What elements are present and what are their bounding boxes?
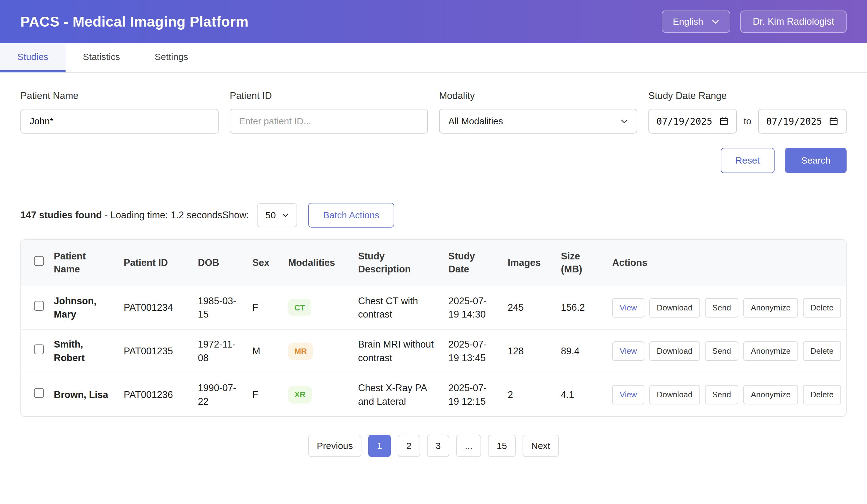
cell-patient-name: Smith, Robert [48,329,118,373]
download-button[interactable]: Download [649,385,700,405]
col-dob: DOB [192,240,247,286]
col-images: Images [502,240,555,286]
col-modalities: Modalities [282,240,353,286]
chevron-down-icon [621,119,628,124]
patient-name-field-group: Patient Name [20,90,218,133]
cell-sex: M [247,329,282,373]
page-button-3[interactable]: 3 [427,435,450,457]
download-button[interactable]: Download [649,341,700,361]
send-button[interactable]: Send [705,341,739,361]
col-study-date: Study Date [443,240,502,286]
pagination: Previous 1 2 3 ... 15 Next [0,435,867,457]
page-size-select[interactable]: 50 [257,203,297,227]
cell-images: 2 [502,373,555,416]
chevron-down-icon [282,213,289,217]
cell-study-date: 2025-07-19 14:30 [443,286,502,330]
tab-statistics[interactable]: Statistics [66,43,137,72]
page-ellipsis[interactable]: ... [456,435,481,457]
patient-id-label: Patient ID [230,90,428,101]
cell-patient-name: Johnson, Mary [48,286,118,330]
tab-settings[interactable]: Settings [137,43,205,72]
cell-description: Chest CT with contrast [353,286,443,330]
cell-size: 89.4 [555,329,607,373]
date-to-input[interactable]: 07/19/2025 [758,109,847,133]
date-range-field-group: Study Date Range 07/19/2025 to 07/19/202… [649,90,847,133]
cell-description: Brain MRI without contrast [353,329,443,373]
results-count: 147 studies found [20,210,102,221]
cell-dob: 1985-03-15 [192,286,247,330]
user-button[interactable]: Dr. Kim Radiologist [740,11,847,33]
patient-id-input[interactable] [230,109,428,133]
next-page-button[interactable]: Next [523,435,559,457]
results-loading-time: - Loading time: 1.2 seconds [102,210,222,221]
date-from-value: 07/19/2025 [656,116,713,127]
col-sex: Sex [247,240,282,286]
batch-actions-button[interactable]: Batch Actions [308,203,394,227]
cell-patient-name: Brown, Lisa [48,373,118,416]
header-actions: English Dr. Kim Radiologist [662,11,847,33]
calendar-icon [719,116,729,126]
col-patient-id: Patient ID [118,240,192,286]
cell-dob: 1990-07-22 [192,373,247,416]
row-checkbox[interactable] [34,344,44,354]
cell-images: 245 [502,286,555,330]
modality-badge: MR [288,343,313,360]
language-select-value: English [673,17,703,27]
select-all-checkbox[interactable] [34,256,44,266]
tab-studies[interactable]: Studies [0,43,66,72]
results-summary: 147 studies found - Loading time: 1.2 se… [20,210,249,221]
cell-study-date: 2025-07-19 12:15 [443,373,502,416]
page-button-2[interactable]: 2 [398,435,420,457]
patient-name-input[interactable] [20,109,218,133]
page-button-1[interactable]: 1 [368,435,391,457]
col-patient-name: Patient Name [48,240,118,286]
modality-field-group: Modality All Modalities [439,90,637,133]
page-size-value: 50 [265,210,276,221]
cell-size: 156.2 [555,286,607,330]
language-select[interactable]: English [662,11,730,33]
col-actions: Actions [607,240,846,286]
cell-patient-id: PAT001234 [118,286,192,330]
previous-page-button[interactable]: Previous [308,435,362,457]
modality-badge: CT [288,299,311,316]
download-button[interactable]: Download [649,298,700,318]
anonymize-button[interactable]: Anonymize [743,341,798,361]
send-button[interactable]: Send [705,298,739,318]
cell-patient-id: PAT001236 [118,373,192,416]
table-row: Smith, Robert PAT001235 1972-11-08 M MR … [21,329,846,373]
delete-button[interactable]: Delete [803,298,841,318]
send-button[interactable]: Send [705,385,739,405]
delete-button[interactable]: Delete [803,341,841,361]
table-row: Johnson, Mary PAT001234 1985-03-15 F CT … [21,286,846,330]
row-checkbox[interactable] [34,388,44,398]
cell-sex: F [247,286,282,330]
anonymize-button[interactable]: Anonymize [743,385,798,405]
view-button[interactable]: View [612,298,644,318]
user-name: Dr. Kim Radiologist [752,16,834,27]
col-description: Study Description [353,240,443,286]
search-filters: Patient Name Patient ID Modality All Mod… [0,73,867,189]
date-from-input[interactable]: 07/19/2025 [649,109,737,133]
modality-select[interactable]: All Modalities [439,109,637,133]
modality-label: Modality [439,90,637,101]
cell-dob: 1972-11-08 [192,329,247,373]
delete-button[interactable]: Delete [803,385,841,405]
patient-id-field-group: Patient ID [230,90,428,133]
view-button[interactable]: View [612,385,644,405]
search-button[interactable]: Search [785,148,847,173]
row-checkbox[interactable] [34,301,44,311]
date-range-to-word: to [743,116,751,127]
app-title: PACS - Medical Imaging Platform [20,13,249,30]
cell-size: 4.1 [555,373,607,416]
col-size: Size (MB) [555,240,607,286]
page-button-15[interactable]: 15 [488,435,515,457]
reset-button[interactable]: Reset [721,148,774,173]
anonymize-button[interactable]: Anonymize [743,298,798,318]
cell-study-date: 2025-07-19 13:45 [443,329,502,373]
date-range-label: Study Date Range [649,90,847,101]
cell-images: 128 [502,329,555,373]
view-button[interactable]: View [612,341,644,361]
results-bar: 147 studies found - Loading time: 1.2 se… [0,189,867,239]
cell-sex: F [247,373,282,416]
chevron-down-icon [712,20,719,24]
